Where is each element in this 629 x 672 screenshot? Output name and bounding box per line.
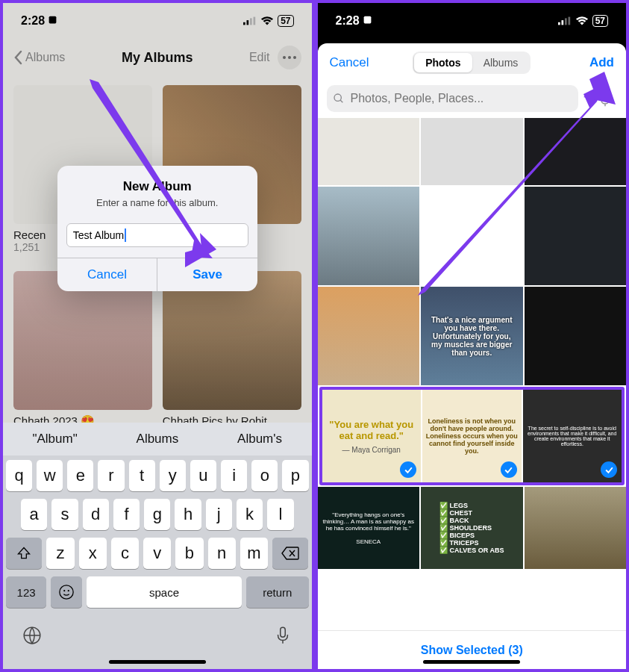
quote-author: — Maya Corrigan [325, 446, 419, 454]
svg-rect-14 [364, 16, 372, 24]
photo-item[interactable] [421, 187, 523, 285]
selected-row: "You are what you eat and read."— Maya C… [319, 387, 625, 485]
photo-item[interactable] [525, 287, 627, 385]
photo-item[interactable]: ✅ LEGS✅ CHEST✅ BACK✅ SHOULDERS✅ BICEPS✅ … [421, 487, 523, 569]
key-e[interactable]: e [67, 460, 93, 491]
quote-text: Loneliness is not when you don't have pe… [425, 417, 519, 455]
key-o[interactable]: o [251, 460, 278, 491]
key-l[interactable]: l [267, 499, 293, 530]
home-indicator[interactable] [109, 660, 206, 664]
svg-point-19 [334, 94, 341, 101]
check-icon [501, 461, 517, 478]
quote-text: The secret to self-discipline is to avoi… [526, 426, 619, 447]
photo-item[interactable]: "Everything hangs on one's thinking… A m… [318, 487, 420, 569]
emoji-icon [58, 584, 75, 600]
photo-picker-modal: Cancel Photos Albums Add [318, 43, 627, 669]
key-a[interactable]: a [21, 499, 47, 530]
home-indicator[interactable] [423, 660, 520, 664]
globe-icon [22, 626, 42, 645]
quote-text: "You are what you eat and read." [329, 419, 413, 441]
photo-item[interactable] [525, 187, 627, 285]
segment-albums[interactable]: Albums [472, 53, 530, 72]
key-b[interactable]: b [175, 538, 203, 569]
key-r[interactable]: r [98, 460, 124, 491]
key-w[interactable]: w [37, 460, 63, 491]
key-t[interactable]: t [129, 460, 155, 491]
mic-icon [598, 93, 613, 108]
check-icon [400, 461, 416, 478]
shift-key[interactable] [6, 538, 42, 569]
key-n[interactable]: n [208, 538, 236, 569]
alert-message: Enter a name for this album. [69, 197, 245, 208]
photo-item[interactable]: The secret to self-discipline is to avoi… [523, 390, 622, 482]
photo-grid[interactable]: That's a nice argument you have there.Un… [318, 118, 627, 630]
key-u[interactable]: u [190, 460, 216, 491]
search-field[interactable] [327, 85, 579, 112]
cancel-button[interactable]: Cancel [57, 258, 157, 291]
shift-icon [16, 546, 31, 561]
add-button[interactable]: Add [589, 55, 614, 70]
emoji-key[interactable] [51, 576, 82, 608]
svg-rect-16 [561, 20, 563, 25]
key-f[interactable]: f [113, 499, 140, 530]
key-j[interactable]: j [206, 499, 232, 530]
key-x[interactable]: x [79, 538, 107, 569]
suggestion[interactable]: "Album" [32, 432, 77, 447]
signal-icon [558, 16, 572, 25]
photo-item[interactable]: Loneliness is not when you don't have pe… [422, 390, 522, 482]
photo-item[interactable] [525, 487, 627, 569]
globe-key[interactable] [22, 626, 42, 648]
key-m[interactable]: m [240, 538, 268, 569]
svg-rect-18 [568, 17, 570, 25]
key-h[interactable]: h [175, 499, 201, 530]
key-s[interactable]: s [51, 499, 78, 530]
album-name-input[interactable]: Test Album [66, 223, 248, 247]
svg-point-10 [63, 590, 65, 591]
key-k[interactable]: k [237, 499, 263, 530]
numbers-key[interactable]: 123 [6, 576, 46, 608]
key-v[interactable]: v [143, 538, 171, 569]
key-z[interactable]: z [46, 538, 74, 569]
svg-rect-13 [280, 627, 285, 637]
check-icon [601, 461, 617, 478]
suggestion[interactable]: Album's [237, 432, 282, 447]
photo-item[interactable] [318, 187, 420, 285]
photo-item[interactable] [525, 118, 627, 185]
suggestion[interactable]: Albums [137, 432, 179, 447]
photo-item[interactable] [318, 287, 420, 385]
save-button[interactable]: Save [157, 258, 257, 291]
segment-photos[interactable]: Photos [414, 53, 472, 72]
key-g[interactable]: g [144, 499, 170, 530]
svg-rect-17 [565, 18, 567, 25]
return-key[interactable]: return [246, 576, 308, 608]
key-p[interactable]: p [282, 460, 308, 491]
photo-item[interactable] [421, 118, 523, 185]
search-input[interactable] [351, 92, 573, 105]
segmented-control[interactable]: Photos Albums [413, 52, 531, 74]
dictate-button[interactable] [593, 88, 617, 112]
photo-item[interactable]: "You are what you eat and read."— Maya C… [322, 390, 422, 482]
status-right: 57 [558, 15, 608, 27]
photo-item[interactable]: That's a nice argument you have there.Un… [421, 287, 523, 385]
key-y[interactable]: y [160, 460, 186, 491]
key-d[interactable]: d [83, 499, 109, 530]
key-q[interactable]: q [6, 460, 32, 491]
svg-rect-15 [558, 22, 560, 25]
keyboard-suggestions[interactable]: "Album" Albums Album's [3, 423, 312, 455]
cancel-button[interactable]: Cancel [330, 55, 369, 70]
person-card-icon [363, 15, 372, 25]
search-icon [333, 93, 345, 105]
backspace-icon [281, 547, 299, 560]
key-c[interactable]: c [111, 538, 139, 569]
mic-icon [273, 626, 292, 645]
photo-item[interactable] [318, 118, 420, 185]
alert-title: New Album [69, 179, 245, 194]
dictate-key[interactable] [273, 626, 292, 648]
backspace-key[interactable] [272, 538, 308, 569]
svg-rect-20 [604, 94, 607, 102]
new-album-alert: New Album Enter a name for this album. T… [57, 166, 257, 291]
keyboard: "Album" Albums Album's qwertyuiop asdfgh… [3, 423, 312, 669]
svg-point-9 [60, 585, 73, 599]
space-key[interactable]: space [87, 576, 242, 608]
key-i[interactable]: i [221, 460, 247, 491]
